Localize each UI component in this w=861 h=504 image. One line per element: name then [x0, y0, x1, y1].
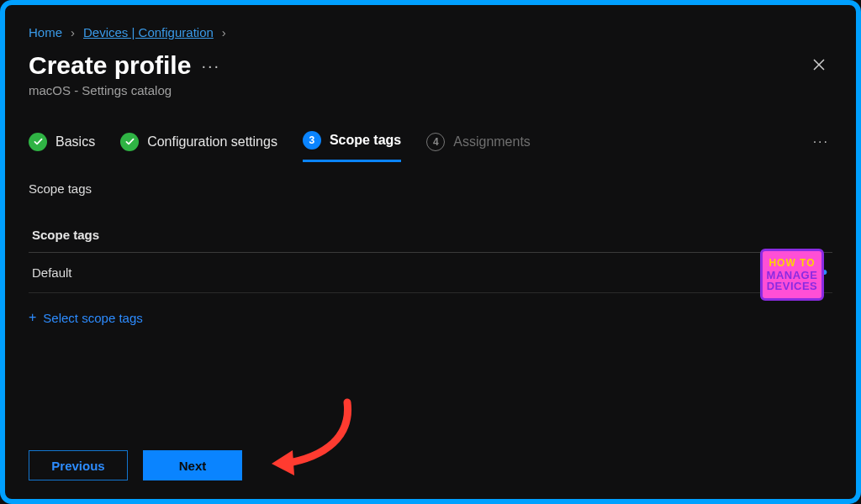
title-more-button[interactable]: ··· [201, 56, 220, 76]
table-row: Default ••• [29, 253, 832, 293]
page-title: Create profile [29, 51, 191, 80]
table-header: Scope tags [29, 221, 832, 253]
watermark-line: DEVICES [767, 281, 818, 291]
page-subtitle: macOS - Settings catalog [29, 83, 832, 97]
check-icon [120, 133, 139, 151]
breadcrumb-home[interactable]: Home [29, 25, 62, 39]
check-icon [29, 133, 47, 151]
step-configuration-settings[interactable]: Configuration settings [120, 133, 277, 161]
add-link-label: Select scope tags [43, 311, 142, 325]
stepper-more-button[interactable]: ··· [813, 134, 832, 160]
step-scope-tags[interactable]: 3 Scope tags [303, 131, 401, 162]
scope-tag-name: Default [32, 265, 72, 280]
watermark-line: HOW TO [769, 258, 815, 268]
step-assignments[interactable]: 4 Assignments [426, 133, 531, 161]
wizard-footer: Previous Next [29, 450, 242, 480]
scope-tags-table: Scope tags Default ••• [29, 221, 832, 293]
select-scope-tags-link[interactable]: + Select scope tags [29, 310, 832, 325]
chevron-right-icon: › [71, 25, 75, 39]
section-heading: Scope tags [29, 181, 832, 196]
step-number-icon: 3 [303, 131, 321, 150]
previous-button[interactable]: Previous [29, 450, 128, 480]
close-button[interactable] [806, 53, 832, 79]
step-label: Basics [55, 134, 95, 150]
chevron-right-icon: › [222, 25, 226, 39]
step-label: Configuration settings [147, 134, 277, 150]
annotation-arrow-icon [267, 398, 368, 482]
watermark-badge: HOW TO MANAGE DEVICES [760, 249, 824, 301]
step-label: Assignments [453, 134, 531, 150]
step-basics[interactable]: Basics [29, 133, 95, 161]
next-button[interactable]: Next [143, 450, 242, 480]
breadcrumb-devices[interactable]: Devices | Configuration [83, 25, 214, 39]
breadcrumb: Home › Devices | Configuration › [29, 17, 832, 51]
step-number-icon: 4 [426, 133, 445, 151]
wizard-stepper: Basics Configuration settings 3 Scope ta… [29, 131, 832, 163]
step-label: Scope tags [330, 133, 401, 148]
plus-icon: + [29, 310, 36, 325]
close-icon [812, 58, 826, 71]
